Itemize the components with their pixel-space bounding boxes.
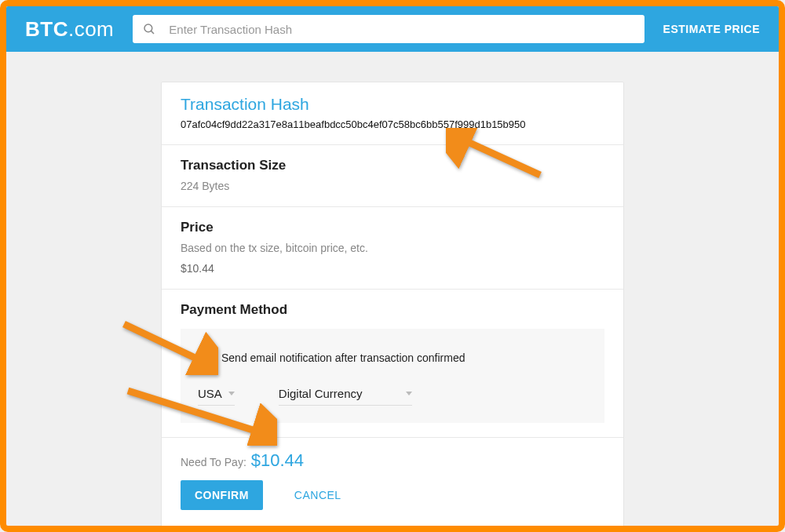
email-notify-label: Send email notification after transactio… (221, 352, 466, 364)
search-box[interactable] (133, 15, 644, 43)
hash-section: Transaction Hash 07afc04cf9dd22a317e8a11… (162, 82, 623, 145)
email-notify-row[interactable]: Send email notification after transactio… (198, 351, 587, 365)
brand-suffix: .com (68, 17, 114, 41)
price-label: Price (181, 220, 604, 235)
country-select[interactable]: USA (198, 382, 235, 406)
estimate-price-link[interactable]: ESTIMATE PRICE (663, 23, 760, 35)
search-input[interactable] (169, 23, 634, 36)
svg-line-1 (152, 31, 155, 34)
price-value: $10.44 (181, 262, 604, 275)
price-section: Price Based on the tx size, bitcoin pric… (162, 207, 623, 290)
brand-main: BTC (25, 17, 68, 41)
svg-point-0 (144, 24, 152, 32)
brand-logo[interactable]: BTC.com (25, 17, 114, 42)
need-to-pay: Need To Pay: $10.44 (181, 450, 604, 471)
transaction-card: Transaction Hash 07afc04cf9dd22a317e8a11… (161, 82, 624, 528)
checkbox-icon[interactable] (198, 351, 212, 365)
method-value: Digital Currency (279, 387, 363, 400)
payment-label: Payment Method (181, 302, 604, 318)
search-icon (142, 22, 156, 36)
top-bar: BTC.com ESTIMATE PRICE (6, 6, 779, 52)
payment-selects: USA Digital Currency (198, 382, 587, 406)
payment-box: Send email notification after transactio… (181, 329, 604, 423)
cancel-button[interactable]: CANCEL (294, 489, 341, 501)
country-value: USA (198, 387, 222, 400)
hash-value: 07afc04cf9dd22a317e8a11beafbdcc50bc4ef07… (181, 118, 604, 130)
chevron-down-icon (406, 392, 412, 395)
size-label: Transaction Size (181, 158, 604, 173)
payment-section: Payment Method Send email notification a… (162, 290, 623, 438)
card-footer: Need To Pay: $10.44 CONFIRM CANCEL (162, 438, 623, 527)
button-row: CONFIRM CANCEL (181, 480, 604, 510)
size-section: Transaction Size 224 Bytes (162, 145, 623, 207)
price-desc: Based on the tx size, bitcoin price, etc… (181, 242, 604, 254)
size-value: 224 Bytes (181, 180, 604, 192)
confirm-button[interactable]: CONFIRM (181, 480, 263, 510)
need-label: Need To Pay: (181, 456, 246, 468)
method-select[interactable]: Digital Currency (279, 382, 412, 406)
hash-label[interactable]: Transaction Hash (181, 95, 604, 114)
need-amount: $10.44 (251, 450, 304, 471)
chevron-down-icon (228, 392, 235, 395)
